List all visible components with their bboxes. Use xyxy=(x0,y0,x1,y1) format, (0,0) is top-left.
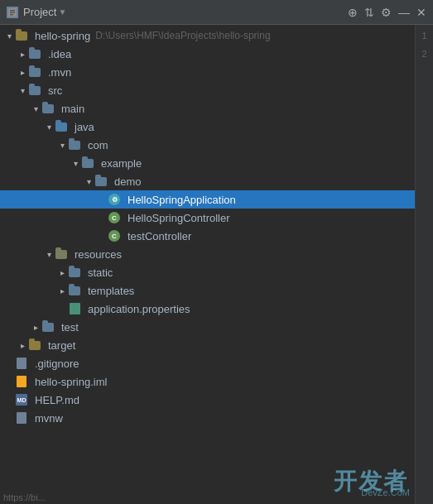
file-icon xyxy=(17,358,26,369)
tree-item-label-demo: demo xyxy=(114,175,142,188)
tree-item-resources[interactable]: ▾resources xyxy=(0,245,415,263)
java-source-folder-icon xyxy=(55,122,67,132)
expanded-arrow-icon: ▾ xyxy=(43,121,55,132)
tree-item-src[interactable]: ▾src xyxy=(0,81,415,99)
expanded-arrow-icon: ▾ xyxy=(17,84,28,96)
tree-item-label-example: example xyxy=(101,157,142,170)
folder-icon xyxy=(69,141,80,150)
expanded-arrow-icon: ▾ xyxy=(83,175,94,187)
folder-icon xyxy=(95,177,107,186)
tree-item-HELP-md[interactable]: MDHELP.md xyxy=(0,391,415,409)
tree-item-label-mvn: .mvn xyxy=(48,66,71,79)
tree-item-application.properties[interactable]: application.properties xyxy=(0,300,415,318)
leaf-spacer xyxy=(96,230,108,242)
tree-item-java[interactable]: ▾java xyxy=(0,118,415,136)
title-bar-actions: ⊕ ⇅ ⚙ — ✕ xyxy=(348,6,426,19)
tree-item-mvn[interactable]: ▸.mvn xyxy=(0,63,415,81)
folder-icon xyxy=(42,323,54,332)
tree-item-label-idea: .idea xyxy=(48,48,71,60)
folder-icon xyxy=(29,68,41,77)
tree-item-label-HelloSpringController: HelloSpringController xyxy=(127,212,230,224)
tree-item-label-application.properties: application.properties xyxy=(88,303,190,315)
tree-item-target[interactable]: ▸target xyxy=(0,336,415,354)
tree-item-label-testController: testController xyxy=(127,230,191,242)
collapsed-arrow-icon: ▸ xyxy=(56,285,68,296)
tree-item-label-mvnw: mvnw xyxy=(35,412,63,425)
tree-item-label-main: main xyxy=(61,103,84,115)
tree-item-label-resources: resources xyxy=(75,248,122,261)
properties-file-icon xyxy=(70,303,80,314)
globe-icon[interactable]: ⊕ xyxy=(348,6,358,19)
tree-item-templates[interactable]: ▸templates xyxy=(0,281,415,300)
collapsed-arrow-icon: ▸ xyxy=(17,48,28,60)
leaf-spacer xyxy=(96,194,108,205)
tree-item-gitignore[interactable]: .gitignore xyxy=(0,354,415,372)
tree-item-label-templates: templates xyxy=(88,285,134,297)
tree-item-path: D:\Users\HMF\IdeaProjects\hello-spring xyxy=(95,30,270,41)
tree-item-label-HELP-md: HELP.md xyxy=(35,394,79,406)
tree-item-hello-spring[interactable]: ▾hello-springD:\Users\HMF\IdeaProjects\h… xyxy=(0,26,415,45)
tree-item-label-com: com xyxy=(88,139,108,151)
tree-item-label-java: java xyxy=(75,121,94,133)
sort-icon[interactable]: ⇅ xyxy=(364,6,374,19)
folder-icon xyxy=(29,50,41,59)
leaf-spacer xyxy=(3,394,15,406)
tree-item-test[interactable]: ▸test xyxy=(0,318,415,336)
svg-rect-1 xyxy=(10,10,15,12)
tree-item-label-gitignore: .gitignore xyxy=(35,358,79,370)
tree-item-label-static: static xyxy=(88,266,113,279)
tree-item-label-HelloSpringApplication: HelloSpringApplication xyxy=(127,194,236,206)
svg-rect-3 xyxy=(10,14,13,16)
expanded-arrow-icon: ▾ xyxy=(30,103,41,114)
folder-icon xyxy=(29,86,41,95)
main-layout: ▾hello-springD:\Users\HMF\IdeaProjects\h… xyxy=(0,25,433,504)
java-class-icon: C xyxy=(108,212,120,223)
tree-item-hello-spring-iml[interactable]: hello-spring.iml xyxy=(0,372,415,391)
tree-item-label-test: test xyxy=(61,321,79,334)
gear-icon[interactable]: ⚙ xyxy=(381,6,392,19)
tree-item-example[interactable]: ▾example xyxy=(0,154,415,172)
expanded-arrow-icon: ▾ xyxy=(70,157,81,169)
tree-item-demo[interactable]: ▾demo xyxy=(0,172,415,190)
tree-item-idea[interactable]: ▸.idea xyxy=(0,45,415,63)
resources-folder-icon xyxy=(55,250,67,259)
tree-panel[interactable]: ▾hello-springD:\Users\HMF\IdeaProjects\h… xyxy=(0,25,415,504)
leaf-spacer xyxy=(3,376,15,387)
minimize-icon[interactable]: — xyxy=(398,6,410,19)
collapsed-arrow-icon: ▸ xyxy=(56,266,68,278)
tree-item-HelloSpringController[interactable]: CHelloSpringController xyxy=(0,209,415,227)
tree-item-main[interactable]: ▾main xyxy=(0,99,415,118)
svg-rect-2 xyxy=(10,12,15,13)
spring-app-icon: ⚙ xyxy=(108,194,120,205)
line-number-2: 2 xyxy=(416,45,433,63)
leaf-spacer xyxy=(3,412,15,424)
tree-item-label-target: target xyxy=(48,339,75,352)
line-number-1: 1 xyxy=(416,26,433,45)
tree-item-testController[interactable]: CtestController xyxy=(0,227,415,245)
file-icon xyxy=(17,412,26,424)
title-bar-icon xyxy=(7,7,18,18)
iml-file-icon xyxy=(17,376,26,387)
tree-item-static[interactable]: ▸static xyxy=(0,263,415,281)
folder-icon xyxy=(42,104,54,113)
line-numbers: 1 2 xyxy=(415,25,433,504)
tree-item-label-hello-spring-iml: hello-spring.iml xyxy=(35,376,107,388)
folder-icon xyxy=(69,268,80,277)
expanded-arrow-icon: ▾ xyxy=(43,248,55,260)
status-url: https://bi... xyxy=(0,492,412,502)
tree-item-label-hello-spring: hello-spring xyxy=(35,30,90,42)
folder-icon xyxy=(16,31,27,41)
collapsed-arrow-icon: ▸ xyxy=(17,339,28,351)
tree-item-mvnw[interactable]: mvnw xyxy=(0,409,415,427)
folder-icon xyxy=(82,159,94,168)
leaf-spacer xyxy=(3,358,15,369)
tree-item-com[interactable]: ▾com xyxy=(0,136,415,154)
collapsed-arrow-icon: ▸ xyxy=(30,321,41,333)
title-bar: Project ▼ ⊕ ⇅ ⚙ — ✕ xyxy=(0,0,433,25)
collapsed-arrow-icon: ▸ xyxy=(17,66,28,78)
title-bar-caret[interactable]: ▼ xyxy=(58,7,66,17)
expanded-arrow-icon: ▾ xyxy=(3,30,15,41)
tree-item-HelloSpringApplication[interactable]: ⚙HelloSpringApplication xyxy=(0,190,415,209)
close-icon[interactable]: ✕ xyxy=(416,6,426,19)
folder-icon xyxy=(69,286,80,295)
